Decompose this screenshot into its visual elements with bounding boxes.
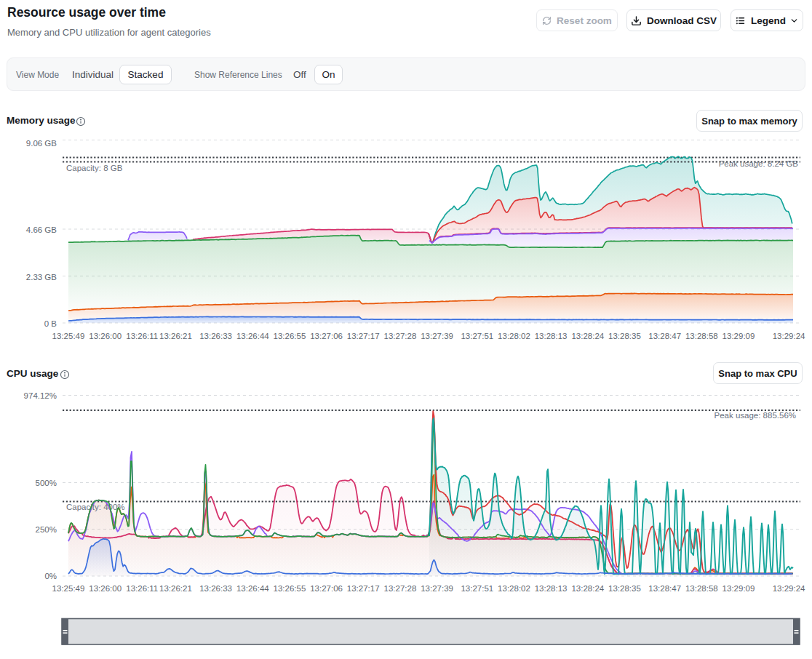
svg-text:13:25:49: 13:25:49: [52, 332, 85, 340]
svg-text:250%: 250%: [36, 525, 57, 534]
svg-text:Peak usage: 885.56%: Peak usage: 885.56%: [714, 411, 796, 420]
svg-text:13:26:21: 13:26:21: [159, 584, 192, 593]
svg-text:13:27:39: 13:27:39: [421, 332, 453, 340]
svg-text:13:27:06: 13:27:06: [310, 584, 343, 593]
svg-text:13:27:06: 13:27:06: [310, 332, 343, 340]
svg-text:13:27:17: 13:27:17: [347, 332, 380, 340]
svg-text:13:28:13: 13:28:13: [535, 332, 568, 340]
svg-text:13:27:51: 13:27:51: [461, 584, 493, 593]
svg-text:13:27:17: 13:27:17: [347, 584, 380, 593]
svg-text:974.12%: 974.12%: [24, 391, 57, 400]
svg-text:13:26:11: 13:26:11: [126, 584, 158, 593]
svg-text:13:28:35: 13:28:35: [608, 332, 641, 340]
svg-text:13:26:44: 13:26:44: [236, 332, 269, 340]
svg-text:13:28:47: 13:28:47: [648, 584, 681, 593]
svg-text:13:26:00: 13:26:00: [89, 332, 122, 340]
svg-text:13:28:47: 13:28:47: [648, 332, 681, 340]
svg-text:0 B: 0 B: [44, 319, 57, 328]
svg-text:Capacity: 400%: Capacity: 400%: [66, 503, 125, 511]
svg-text:13:29:24: 13:29:24: [773, 584, 805, 593]
svg-text:13:29:09: 13:29:09: [723, 332, 755, 340]
svg-text:13:26:33: 13:26:33: [199, 332, 232, 340]
svg-text:13:28:35: 13:28:35: [608, 584, 641, 593]
svg-text:4.66 GB: 4.66 GB: [26, 225, 57, 234]
svg-text:13:27:28: 13:27:28: [384, 332, 417, 340]
svg-text:13:28:24: 13:28:24: [571, 584, 604, 593]
svg-text:13:26:44: 13:26:44: [236, 584, 269, 593]
svg-text:Peak usage: 8.24 GB: Peak usage: 8.24 GB: [719, 159, 799, 168]
svg-text:13:26:00: 13:26:00: [89, 584, 122, 593]
svg-text:13:29:09: 13:29:09: [723, 584, 755, 593]
svg-text:13:26:55: 13:26:55: [274, 584, 306, 593]
svg-text:13:25:49: 13:25:49: [52, 584, 85, 593]
svg-text:2.33 GB: 2.33 GB: [26, 273, 57, 281]
svg-text:9.06 GB: 9.06 GB: [26, 139, 57, 148]
svg-text:500%: 500%: [36, 479, 57, 487]
svg-text:13:27:51: 13:27:51: [461, 332, 493, 340]
svg-text:13:26:21: 13:26:21: [159, 332, 192, 340]
svg-text:13:26:55: 13:26:55: [274, 332, 306, 340]
svg-text:13:28:13: 13:28:13: [535, 584, 568, 593]
svg-text:13:28:58: 13:28:58: [685, 332, 718, 340]
svg-text:13:28:02: 13:28:02: [498, 584, 530, 593]
svg-text:13:27:39: 13:27:39: [421, 584, 453, 593]
svg-text:13:28:02: 13:28:02: [498, 332, 530, 340]
svg-text:13:26:11: 13:26:11: [126, 332, 158, 340]
svg-text:13:29:24: 13:29:24: [773, 332, 805, 340]
svg-text:13:28:24: 13:28:24: [571, 332, 604, 340]
svg-text:13:27:28: 13:27:28: [384, 584, 417, 593]
svg-text:13:28:58: 13:28:58: [685, 584, 718, 593]
svg-text:13:26:33: 13:26:33: [199, 584, 232, 593]
svg-text:Capacity: 8 GB: Capacity: 8 GB: [66, 164, 123, 172]
svg-text:0%: 0%: [44, 572, 57, 580]
